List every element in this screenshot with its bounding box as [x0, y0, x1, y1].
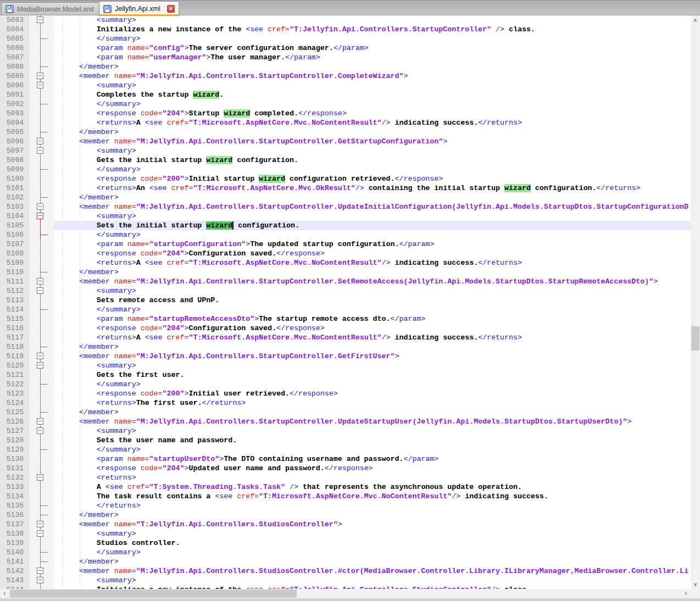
line-number[interactable]: 5133: [0, 482, 29, 492]
line-number[interactable]: 5103: [0, 202, 29, 212]
code-line[interactable]: <member name="M:Jellyfin.Api.Controllers…: [54, 352, 691, 361]
code-line[interactable]: Sets the user name and password.: [54, 436, 691, 445]
line-number[interactable]: 5094: [0, 118, 29, 127]
close-tab-icon[interactable]: ✕: [167, 5, 175, 13]
scroll-down-icon[interactable]: ∨: [691, 580, 700, 589]
line-number[interactable]: 5083: [0, 15, 29, 25]
code-line[interactable]: </member>: [54, 408, 691, 417]
code-line[interactable]: <response code="204">Configuration saved…: [54, 324, 691, 333]
code-line[interactable]: <summary>: [54, 361, 691, 370]
fold-collapse-icon[interactable]: [37, 82, 43, 88]
code-line[interactable]: <member name="M:Jellyfin.Api.Controllers…: [54, 137, 691, 146]
line-number[interactable]: 5097: [0, 146, 29, 155]
line-number[interactable]: 5098: [0, 155, 29, 165]
code-line[interactable]: <response code="204">Startup wizard comp…: [54, 109, 691, 118]
line-number[interactable]: 5136: [0, 510, 29, 520]
line-number[interactable]: 5087: [0, 53, 29, 62]
line-number[interactable]: 5134: [0, 492, 29, 501]
fold-collapse-icon[interactable]: [37, 418, 43, 425]
code-line[interactable]: </summary>: [54, 548, 691, 557]
line-number[interactable]: 5093: [0, 109, 29, 118]
line-number[interactable]: 5140: [0, 548, 29, 557]
line-number[interactable]: 5100: [0, 174, 29, 183]
horizontal-scrollbar[interactable]: ‹ ›: [0, 589, 691, 598]
line-number[interactable]: 5105: [0, 221, 29, 230]
code-line[interactable]: <summary>: [54, 15, 691, 25]
code-line[interactable]: <param name="config">The server configur…: [54, 43, 691, 53]
fold-collapse-icon[interactable]: [37, 16, 43, 23]
fold-collapse-icon[interactable]: [37, 567, 43, 574]
fold-collapse-icon[interactable]: [37, 147, 43, 154]
line-number[interactable]: 5113: [0, 296, 29, 305]
code-line[interactable]: Studios controller.: [54, 538, 691, 548]
line-number[interactable]: 5121: [0, 370, 29, 380]
line-number[interactable]: 5109: [0, 258, 29, 268]
fold-collapse-icon[interactable]: [37, 287, 43, 294]
code-line[interactable]: <summary>: [54, 576, 691, 585]
line-number[interactable]: 5110: [0, 268, 29, 277]
line-number[interactable]: 5126: [0, 417, 29, 426]
line-number[interactable]: 5107: [0, 240, 29, 249]
code-line[interactable]: </member>: [54, 557, 691, 566]
code-line[interactable]: </member>: [54, 510, 691, 520]
code-line[interactable]: </summary>: [54, 99, 691, 109]
line-number[interactable]: 5142: [0, 566, 29, 576]
line-number[interactable]: 5088: [0, 62, 29, 71]
line-number[interactable]: 5089: [0, 71, 29, 81]
fold-collapse-icon[interactable]: [37, 362, 43, 369]
horizontal-scrollbar-thumb[interactable]: [10, 589, 297, 598]
code-line[interactable]: The task result contains a <see cref="T:…: [54, 492, 691, 501]
line-number[interactable]: 5102: [0, 193, 29, 202]
line-number[interactable]: 5092: [0, 99, 29, 109]
line-number[interactable]: 5138: [0, 529, 29, 538]
code-line[interactable]: <returns>The first user.</returns>: [54, 398, 691, 408]
code-editor[interactable]: 5083508450855086508750885089509050915092…: [0, 15, 691, 589]
code-line[interactable]: <response code="204">Configuration saved…: [54, 249, 691, 258]
code-line[interactable]: </member>: [54, 268, 691, 277]
fold-collapse-icon[interactable]: [37, 203, 43, 210]
code-line[interactable]: <member name="T:Jellyfin.Api.Controllers…: [54, 520, 691, 529]
code-line[interactable]: Initializes a new instance of the <see c…: [54, 25, 691, 34]
scroll-left-icon[interactable]: ‹: [0, 589, 9, 598]
code-line[interactable]: <response code="200">Initial startup wiz…: [54, 174, 691, 183]
code-line[interactable]: </member>: [54, 193, 691, 202]
vertical-scrollbar[interactable]: ∧ ∨: [691, 15, 700, 589]
line-number-margin[interactable]: 5083508450855086508750885089509050915092…: [0, 15, 29, 589]
line-number[interactable]: 5139: [0, 538, 29, 548]
fold-collapse-icon[interactable]: [37, 213, 43, 219]
code-line[interactable]: <member name="M:Jellyfin.Api.Controllers…: [54, 202, 691, 212]
code-line[interactable]: </member>: [54, 62, 691, 71]
code-line[interactable]: Gets the first user.: [54, 370, 691, 380]
code-line[interactable]: <param name="startupConfiguration">The u…: [54, 240, 691, 249]
tab-mediabrowser-model-xml[interactable]: MediaBrowser.Model.xml ✕: [1, 2, 112, 16]
fold-collapse-icon[interactable]: [37, 73, 43, 79]
line-number[interactable]: 5128: [0, 436, 29, 445]
code-line[interactable]: </summary>: [54, 380, 691, 389]
line-number[interactable]: 5096: [0, 137, 29, 146]
code-line[interactable]: </returns>: [54, 501, 691, 510]
line-number[interactable]: 5137: [0, 520, 29, 529]
code-line[interactable]: <returns>A <see cref="T:Microsoft.AspNet…: [54, 258, 691, 268]
line-number[interactable]: 5116: [0, 324, 29, 333]
code-line[interactable]: <param name="startupRemoteAccessDto">The…: [54, 314, 691, 324]
line-number[interactable]: 5135: [0, 501, 29, 510]
line-number[interactable]: 5122: [0, 380, 29, 389]
code-line[interactable]: </member>: [54, 342, 691, 352]
line-number[interactable]: 5119: [0, 352, 29, 361]
code-line[interactable]: <summary>: [54, 529, 691, 538]
line-number[interactable]: 5091: [0, 90, 29, 99]
line-number[interactable]: 5108: [0, 249, 29, 258]
line-number[interactable]: 5120: [0, 361, 29, 370]
line-number[interactable]: 5125: [0, 408, 29, 417]
code-line[interactable]: <returns>An <see cref="T:Microsoft.AspNe…: [54, 183, 691, 193]
code-line[interactable]: A <see cref="T:System.Threading.Tasks.Ta…: [54, 482, 691, 492]
line-number[interactable]: 5141: [0, 557, 29, 566]
fold-collapse-icon[interactable]: [37, 353, 43, 359]
code-line[interactable]: </summary>: [54, 305, 691, 314]
line-number[interactable]: 5129: [0, 445, 29, 454]
line-number[interactable]: 5084: [0, 25, 29, 34]
line-number[interactable]: 5144: [0, 585, 29, 589]
code-line[interactable]: Gets the initial startup wizard configur…: [54, 155, 691, 165]
code-line[interactable]: Initializes a new instance of the <see c…: [54, 585, 691, 589]
line-number[interactable]: 5090: [0, 81, 29, 90]
